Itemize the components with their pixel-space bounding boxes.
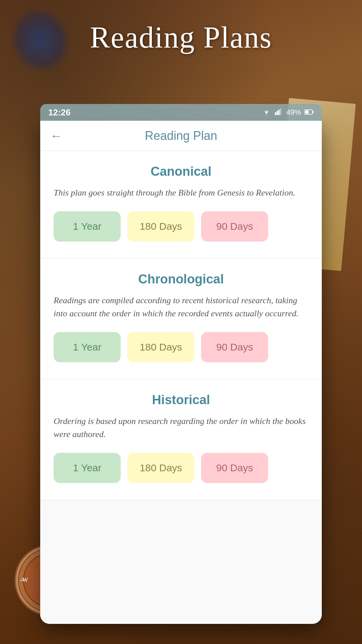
svg-rect-18 [280, 108, 281, 115]
scroll-content[interactable]: Canonical This plan goes straight throug… [40, 151, 322, 624]
svg-point-14 [266, 114, 267, 115]
battery-icon [304, 108, 314, 117]
chronological-description: Readings are compiled according to recen… [54, 294, 308, 320]
svg-rect-21 [305, 110, 309, 114]
chronological-buttons: 1 Year 180 Days 90 Days [54, 332, 308, 362]
status-time: 12:26 [48, 107, 71, 118]
canonical-description: This plan goes straight through the Bibl… [54, 186, 308, 199]
signal-icon [275, 108, 283, 117]
chronological-title: Chronological [54, 272, 308, 286]
historical-section: Historical Ordering is based upon resear… [40, 379, 322, 500]
canonical-title: Canonical [54, 164, 308, 179]
canonical-section: Canonical This plan goes straight throug… [40, 151, 322, 259]
historical-1year-button[interactable]: 1 Year [54, 453, 121, 483]
historical-title: Historical [54, 393, 308, 407]
svg-rect-20 [313, 111, 314, 113]
chronological-section: Chronological Readings are compiled acco… [40, 259, 322, 379]
canonical-90days-button[interactable]: 90 Days [201, 211, 268, 241]
phone-card: ← Reading Plan Canonical This plan goes … [40, 121, 322, 624]
chronological-90days-button[interactable]: 90 Days [201, 332, 268, 362]
canonical-180days-button[interactable]: 180 Days [127, 211, 194, 241]
historical-90days-button[interactable]: 90 Days [201, 453, 268, 483]
wifi-icon [261, 108, 272, 117]
svg-rect-17 [278, 110, 280, 115]
battery-percentage: 49% [286, 108, 301, 117]
status-bar: 12:26 49% [40, 104, 322, 121]
historical-180days-button[interactable]: 180 Days [127, 453, 194, 483]
canonical-1year-button[interactable]: 1 Year [54, 211, 121, 241]
back-button[interactable]: ← [50, 130, 62, 142]
svg-rect-15 [275, 112, 276, 115]
app-header: ← Reading Plan [40, 121, 322, 151]
svg-rect-16 [277, 111, 278, 115]
chronological-180days-button[interactable]: 180 Days [127, 332, 194, 362]
header-title: Reading Plan [69, 129, 293, 143]
status-icons: 49% [261, 108, 314, 117]
chronological-1year-button[interactable]: 1 Year [54, 332, 121, 362]
historical-description: Ordering is based upon research regardin… [54, 415, 308, 441]
canonical-buttons: 1 Year 180 Days 90 Days [54, 211, 308, 241]
historical-buttons: 1 Year 180 Days 90 Days [54, 453, 308, 483]
